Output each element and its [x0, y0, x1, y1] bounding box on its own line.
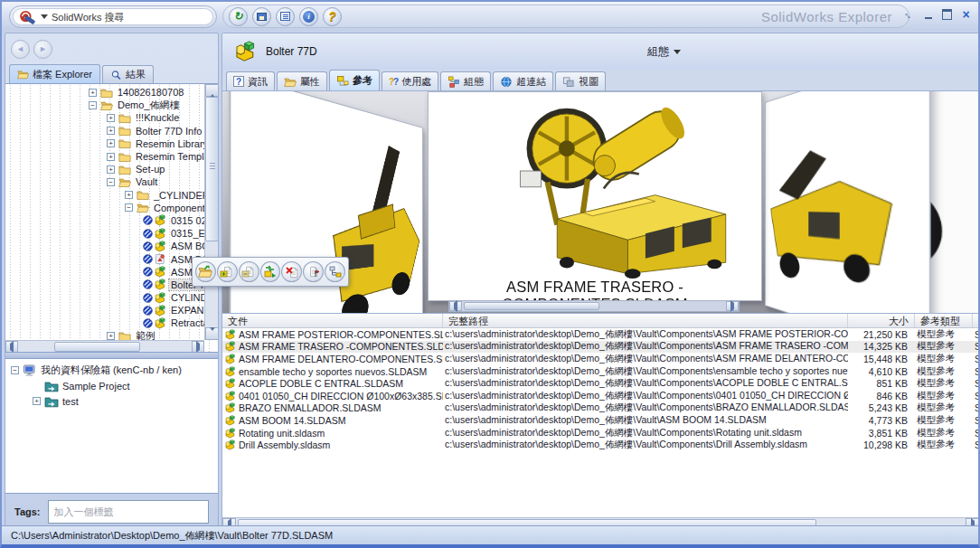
- tab-views[interactable]: 視圖: [555, 71, 606, 90]
- table-row[interactable]: Rotating unit.sldasmc:\users\administrat…: [222, 427, 979, 439]
- tree-item[interactable]: _CYLINDER GU: [5, 189, 204, 202]
- tree-item[interactable]: 0315 02005_: [5, 214, 204, 227]
- scroll-down-icon[interactable]: [205, 327, 218, 340]
- tab-hyperlinks[interactable]: 超連結: [493, 71, 553, 90]
- table-row[interactable]: 0401 01050_CH DIRECCION Ø100xØ63x385.SLD…: [222, 390, 979, 402]
- refresh-button[interactable]: [229, 7, 248, 26]
- scrollbar-thumb[interactable]: [464, 302, 599, 310]
- computer-icon: [23, 364, 37, 377]
- table-row[interactable]: BRAZO ENMALLADOR.SLDASMc:\users\administ…: [222, 402, 979, 415]
- tree-item[interactable]: CYLINDER G: [5, 291, 204, 304]
- expand-icon[interactable]: [107, 139, 115, 147]
- collapse-icon[interactable]: [89, 101, 97, 109]
- tab-file-explorer[interactable]: 檔案 Explorer: [9, 64, 100, 83]
- column-header-type[interactable]: 類型: [973, 314, 980, 327]
- tree-item-selected[interactable]: Bolter 77D: [5, 279, 204, 291]
- open-folder-button[interactable]: [195, 261, 216, 282]
- column-header-size[interactable]: 大小: [848, 314, 915, 327]
- expand-icon[interactable]: [89, 89, 97, 97]
- scroll-right-icon[interactable]: [726, 301, 739, 311]
- scrollbar-thumb[interactable]: [54, 342, 140, 352]
- collapse-icon[interactable]: [107, 178, 115, 186]
- expand-icon[interactable]: [107, 127, 115, 135]
- vault-root-item[interactable]: 我的資料保險箱 (kenC-nb / ken): [5, 363, 218, 378]
- tree-item[interactable]: Set-up: [5, 163, 204, 175]
- tree-item[interactable]: 0315_ENSAM: [5, 227, 204, 240]
- tree-item[interactable]: Resemin Library: [5, 137, 204, 150]
- float-window-button[interactable]: [902, 8, 916, 21]
- table-row-selected[interactable]: ASM FRAME TRASERO -COMPONENTES.SLDASMc:\…: [222, 341, 979, 354]
- tab-where-used[interactable]: ??使用處: [382, 71, 438, 90]
- scroll-up-icon[interactable]: [205, 84, 218, 97]
- column-header-reftype[interactable]: 參考類型: [915, 314, 973, 327]
- forward-button[interactable]: [33, 40, 52, 59]
- expand-icon[interactable]: [33, 397, 41, 405]
- expand-icon[interactable]: [107, 153, 115, 161]
- table-row[interactable]: ASM FRAME DELANTERO-COMPONENTES.SLDASMc:…: [222, 353, 979, 365]
- check-out-button[interactable]: [239, 261, 259, 282]
- search-dropdown-icon[interactable]: [41, 14, 48, 19]
- tree-item[interactable]: ASM BOOM: [5, 240, 204, 252]
- help-button[interactable]: [323, 7, 342, 26]
- table-row[interactable]: ASM BOOM 14.SLDASMc:\users\administrator…: [222, 414, 979, 427]
- tab-info[interactable]: ?資訊: [226, 71, 275, 90]
- tree-item[interactable]: 範例: [5, 330, 204, 340]
- vault-item[interactable]: test: [5, 393, 218, 409]
- get-latest-button[interactable]: [260, 261, 281, 282]
- carousel-card-center[interactable]: ASM FRAME TRASERO -COMPONENTES.SLDASM: [428, 91, 762, 301]
- back-button[interactable]: [11, 40, 30, 59]
- expand-icon[interactable]: [107, 114, 115, 122]
- delete-local-button[interactable]: [281, 261, 302, 282]
- tab-configurations[interactable]: 組態: [440, 71, 491, 90]
- scrollbar-thumb[interactable]: [205, 97, 218, 241]
- column-header-file[interactable]: 文件: [222, 314, 443, 327]
- assembly-icon: [224, 428, 236, 439]
- vault-item[interactable]: Sample Project: [5, 378, 218, 393]
- scroll-right-icon[interactable]: [192, 341, 204, 353]
- collapse-icon[interactable]: [125, 203, 133, 212]
- tree-vertical-scrollbar[interactable]: [204, 84, 218, 340]
- scroll-left-icon[interactable]: [5, 341, 18, 353]
- check-in-button[interactable]: [217, 261, 238, 282]
- column-header-path[interactable]: 完整路徑: [443, 314, 848, 327]
- table-row[interactable]: Drill Assembly.sldasmc:\users\administra…: [222, 439, 979, 451]
- options-button[interactable]: [276, 7, 295, 26]
- expand-icon[interactable]: [107, 332, 115, 340]
- maximize-button[interactable]: [940, 8, 954, 21]
- tree-item[interactable]: Demo_佈網樓: [5, 99, 204, 111]
- carousel-scrollbar[interactable]: [448, 300, 740, 312]
- tree-item[interactable]: Vault: [5, 175, 204, 188]
- report-button[interactable]: [303, 261, 324, 282]
- tree-item[interactable]: EXPANDER: [5, 304, 204, 317]
- configuration-dropdown[interactable]: 組態: [647, 44, 681, 60]
- table-row[interactable]: ASM FRAME POSTERIOR-COMPONENTES.SLDASMc:…: [222, 328, 979, 341]
- collapse-icon[interactable]: [11, 366, 19, 374]
- tree-item[interactable]: Components: [5, 202, 204, 214]
- tags-input[interactable]: [48, 500, 209, 524]
- tree-item[interactable]: ASM BO: [5, 266, 204, 279]
- structure-button[interactable]: [325, 261, 345, 282]
- tab-references[interactable]: 參考: [329, 70, 380, 90]
- tree-item[interactable]: Retractable E: [5, 317, 204, 329]
- tab-properties[interactable]: 屬性: [277, 71, 327, 90]
- expand-icon[interactable]: [125, 191, 133, 199]
- expand-icon[interactable]: [107, 165, 115, 174]
- table-row[interactable]: ensamble techo y soportes nuevos.SLDASMc…: [222, 365, 979, 378]
- tree-horizontal-scrollbar[interactable]: [5, 340, 204, 352]
- left-panel: 檔案 Explorer 結果 140826180708 Demo_佈網樓 !!!…: [5, 33, 219, 531]
- info-button[interactable]: i: [299, 7, 318, 26]
- carousel-card-right-1[interactable]: [765, 90, 931, 313]
- tree-item[interactable]: 140826180708: [5, 86, 204, 99]
- save-button[interactable]: [252, 7, 271, 26]
- search-input[interactable]: [52, 12, 207, 23]
- table-row[interactable]: ACOPLE DOBLE C ENTRAL.SLDASMc:\users\adm…: [222, 377, 979, 390]
- minimize-button[interactable]: [921, 8, 935, 21]
- scroll-left-icon[interactable]: [449, 301, 462, 311]
- tree-item[interactable]: ASM BO: [5, 252, 204, 265]
- close-button[interactable]: [959, 8, 973, 21]
- tab-results[interactable]: 結果: [102, 65, 154, 83]
- search-box[interactable]: [13, 8, 213, 25]
- tree-item[interactable]: Bolter 77D Info: [5, 125, 204, 137]
- tree-item[interactable]: Resemin Templates: [5, 150, 204, 163]
- tree-item[interactable]: !!!Knuckle: [5, 111, 204, 124]
